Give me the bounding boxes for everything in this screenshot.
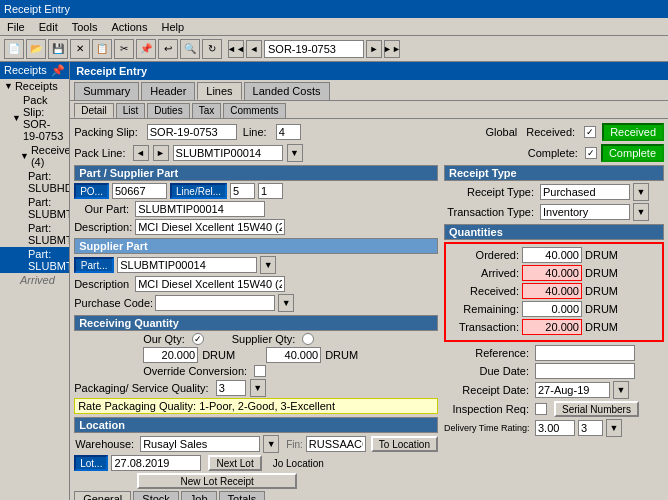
supplier-desc-input[interactable]: MCI Diesel Xcellent 15W40 (20B Ltr) (135, 276, 285, 292)
warehouse-dropdown[interactable]: ▼ (263, 435, 279, 453)
pack-line-prev[interactable]: ◄ (133, 145, 149, 161)
our-qty-radio[interactable] (192, 333, 204, 345)
supplier-part-dropdown[interactable]: ▼ (260, 256, 276, 274)
inspection-checkbox[interactable] (535, 403, 547, 415)
line-rel-input2[interactable]: 1 (258, 183, 283, 199)
toolbar-refresh[interactable]: ↻ (202, 39, 222, 59)
toolbar-cut[interactable]: ✂ (114, 39, 134, 59)
toolbar-nav-last[interactable]: ►► (384, 40, 400, 58)
receipt-date-dropdown[interactable]: ▼ (613, 381, 629, 399)
toolbar-new[interactable]: 📄 (4, 39, 24, 59)
tree-item-part3[interactable]: Part: SLUBMTIP00006 (0, 221, 69, 247)
left-panel-pin[interactable]: 📌 (51, 64, 65, 77)
tab-lines[interactable]: Lines (197, 82, 241, 100)
tree-item-receipts[interactable]: ▼ Receipts (0, 79, 69, 93)
tab-landed-costs[interactable]: Landed Costs (244, 82, 330, 100)
delivery-time-input2[interactable]: 3 (578, 420, 603, 436)
fin-input[interactable]: RUSSAACC (306, 436, 366, 452)
form-area: Packing Slip: SOR-19-0753 Line: 4 Global… (70, 119, 668, 500)
toolbar-copy[interactable]: 📋 (92, 39, 112, 59)
purchase-code-dropdown[interactable]: ▼ (278, 294, 294, 312)
subtab-duties[interactable]: Duties (147, 103, 189, 118)
supplier-part-input[interactable]: SLUBMTIP00014 (117, 257, 257, 273)
line-rel-input1[interactable]: 5 (230, 183, 255, 199)
subtab-list[interactable]: List (116, 103, 146, 118)
menu-file[interactable]: File (4, 20, 28, 34)
complete-checkbox[interactable] (585, 147, 597, 159)
trans-type-input[interactable]: Inventory (540, 204, 630, 220)
tree-item-received[interactable]: ▼ Received (4) (0, 143, 69, 169)
received-checkbox[interactable] (584, 126, 596, 138)
po-input[interactable]: 50667 (112, 183, 167, 199)
pack-line-input[interactable]: SLUBMTIP00014 (173, 145, 283, 161)
supplier-part-btn[interactable]: Part... (74, 257, 114, 273)
subtab-comments[interactable]: Comments (223, 103, 285, 118)
toolbar-nav-next[interactable]: ► (366, 40, 382, 58)
tree-item-part4-selected[interactable]: Part: SLUBMTIP00014 (0, 247, 69, 273)
menu-actions[interactable]: Actions (108, 20, 150, 34)
supplier-qty-input[interactable]: 40.000 (266, 347, 321, 363)
received-qty-input[interactable]: 40.000 (522, 283, 582, 299)
override-checkbox[interactable] (254, 365, 266, 377)
pack-line-next[interactable]: ► (153, 145, 169, 161)
our-qty-input[interactable]: 20.000 (143, 347, 198, 363)
lot-input[interactable]: 27.08.2019 (111, 455, 201, 471)
next-lot-btn[interactable]: Next Lot (208, 455, 261, 471)
delivery-time-input[interactable]: 3.00 (535, 420, 575, 436)
bottom-tab-totals[interactable]: Totals (219, 491, 266, 500)
received-btn[interactable]: Received (602, 123, 664, 141)
menu-help[interactable]: Help (158, 20, 187, 34)
lot-btn[interactable]: Lot... (74, 455, 108, 471)
menu-tools[interactable]: Tools (69, 20, 101, 34)
supplier-qty-radio[interactable] (302, 333, 314, 345)
supplier-qty-label: Supplier Qty: (232, 333, 296, 345)
packing-slip-input[interactable]: SOR-19-0753 (147, 124, 237, 140)
doc-number-input[interactable]: SOR-19-0753 (264, 40, 364, 58)
due-date-input[interactable] (535, 363, 635, 379)
ordered-input[interactable]: 40.000 (522, 247, 582, 263)
subtab-detail[interactable]: Detail (74, 103, 114, 118)
packaging-input[interactable]: 3 (216, 380, 246, 396)
toolbar-undo[interactable]: ↩ (158, 39, 178, 59)
desc-input[interactable]: MCI Diesel Xcellent 15W40 (20B Ltr) (135, 219, 285, 235)
toolbar-nav-prev[interactable]: ◄ (246, 40, 262, 58)
bottom-tab-stock[interactable]: Stock (133, 491, 179, 500)
receipt-date-input[interactable]: 27-Aug-19 (535, 382, 610, 398)
to-location-btn[interactable]: To Location (371, 436, 438, 452)
purchase-code-input[interactable] (155, 295, 275, 311)
menu-edit[interactable]: Edit (36, 20, 61, 34)
warehouse-input[interactable]: Rusayl Sales (140, 436, 260, 452)
delivery-time-dropdown[interactable]: ▼ (606, 419, 622, 437)
line-rel-btn[interactable]: Line/Rel... (170, 183, 227, 199)
toolbar-nav-first[interactable]: ◄◄ (228, 40, 244, 58)
complete-btn[interactable]: Complete (601, 144, 664, 162)
bottom-tab-general[interactable]: General (74, 491, 131, 500)
receipt-type-input[interactable]: Purchased (540, 184, 630, 200)
receipt-type-dropdown[interactable]: ▼ (633, 183, 649, 201)
tab-summary[interactable]: Summary (74, 82, 139, 100)
subtab-tax[interactable]: Tax (192, 103, 222, 118)
po-btn[interactable]: PO... (74, 183, 109, 199)
our-part-input[interactable]: SLUBMTIP00014 (135, 201, 265, 217)
transaction-input[interactable]: 20.000 (522, 319, 582, 335)
packaging-dropdown[interactable]: ▼ (250, 379, 266, 397)
tree-item-packslip[interactable]: ▼ Pack Slip: SOR-19-0753 (0, 93, 69, 143)
tree-item-arrived[interactable]: Arrived (0, 273, 69, 287)
pack-line-dropdown[interactable]: ▼ (287, 144, 303, 162)
toolbar-paste[interactable]: 📌 (136, 39, 156, 59)
remaining-input[interactable]: 0.000 (522, 301, 582, 317)
new-lot-receipt-btn[interactable]: New Lot Receipt (137, 473, 297, 489)
toolbar-delete[interactable]: ✕ (70, 39, 90, 59)
toolbar-search[interactable]: 🔍 (180, 39, 200, 59)
trans-type-dropdown[interactable]: ▼ (633, 203, 649, 221)
tree-item-part1[interactable]: Part: SLUBHDIP00020 (0, 169, 69, 195)
arrived-input[interactable]: 40.000 (522, 265, 582, 281)
toolbar-save[interactable]: 💾 (48, 39, 68, 59)
line-input[interactable]: 4 (276, 124, 301, 140)
bottom-tab-job[interactable]: Job (181, 491, 217, 500)
tab-header[interactable]: Header (141, 82, 195, 100)
serial-numbers-btn[interactable]: Serial Numbers (554, 401, 639, 417)
toolbar-open[interactable]: 📂 (26, 39, 46, 59)
reference-input[interactable] (535, 345, 635, 361)
tree-item-part2[interactable]: Part: SLUBMTIP00016 (0, 195, 69, 221)
